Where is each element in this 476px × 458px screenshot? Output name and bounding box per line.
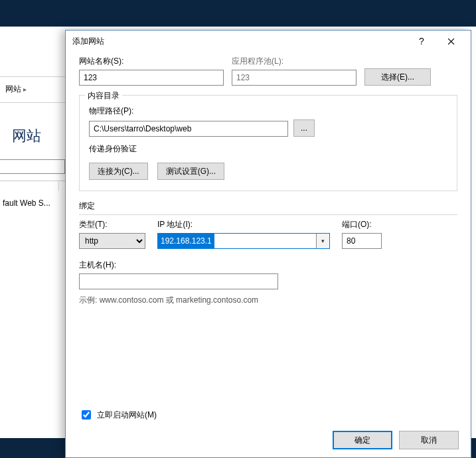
connect-as-button[interactable]: 连接为(C)... [89,163,148,180]
content-directory-legend: 内容目录 [85,90,122,102]
site-name-label: 网站名称(S): [79,56,225,70]
app-pool-input [232,70,357,86]
help-button[interactable]: ? [407,32,436,50]
titlebar: 添加网站 ? [66,31,471,52]
port-input[interactable] [342,233,382,249]
select-app-pool-button[interactable]: 选择(E)... [364,68,431,86]
breadcrumb: 网站 ▸ [0,76,65,103]
type-label: 类型(T): [79,219,145,233]
passthrough-auth-label: 传递身份验证 [89,143,447,155]
cancel-button[interactable]: 取消 [399,431,459,449]
chevron-right-icon: ▸ [23,86,27,93]
ip-address-input[interactable] [157,233,330,249]
chevron-down-icon[interactable]: ▾ [316,234,329,248]
binding-section-title: 绑定 [79,200,457,215]
host-name-input[interactable] [79,273,278,289]
filter-input[interactable] [0,159,65,174]
start-website-label: 立即启动网站(M) [97,410,157,421]
app-pool-label: 应用程序池(L): [232,56,358,70]
port-label: 端口(O): [342,219,388,233]
close-icon [447,38,455,45]
physical-path-label: 物理路径(P): [89,106,447,119]
test-settings-button[interactable]: 测试设置(G)... [157,163,224,180]
ip-address-label: IP 地址(I): [157,219,330,233]
browse-button[interactable]: ... [293,119,315,137]
ip-address-combo[interactable]: 192.168.123.1 ▾ [157,233,330,249]
panel-title: 网站 [12,126,60,146]
physical-path-input[interactable] [89,121,288,137]
content-directory-group: 内容目录 物理路径(P): ... 传递身份验证 连接为(C)... 测试设置(… [79,95,457,191]
host-name-label: 主机名(H): [79,260,457,273]
dialog-title: 添加网站 [72,31,407,52]
start-website-checkbox[interactable] [82,410,91,420]
ok-button[interactable]: 确定 [333,431,392,449]
breadcrumb-label: 网站 [5,84,21,94]
site-name-input[interactable] [79,70,224,86]
site-list-item[interactable]: fault Web S... [0,196,63,210]
host-name-example: 示例: www.contoso.com 或 marketing.contoso.… [79,295,457,306]
add-website-dialog: 添加网站 ? 网站名称(S): 应用程序池(L): 选择(E)... 内容目录 … [65,30,471,458]
type-select[interactable]: http [79,233,145,249]
close-button[interactable] [436,32,465,50]
